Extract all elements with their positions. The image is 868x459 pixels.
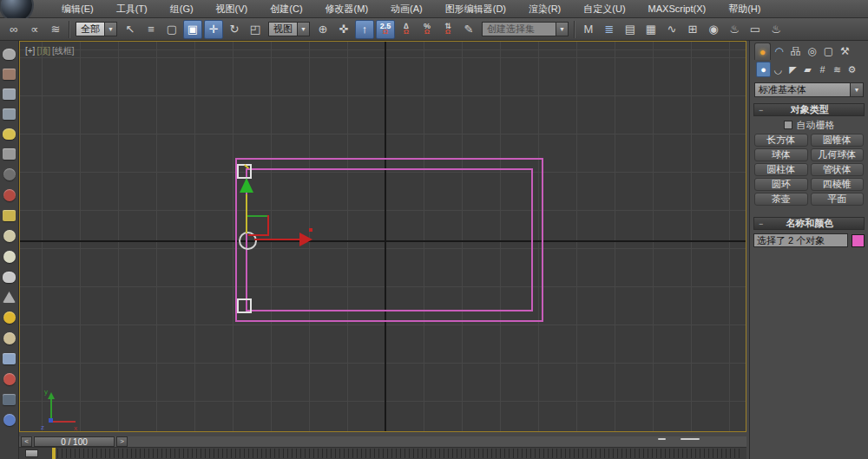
tab-create[interactable]: ● bbox=[754, 43, 771, 60]
object-color-swatch[interactable] bbox=[852, 234, 865, 247]
sun-icon[interactable] bbox=[3, 311, 16, 324]
open-mini-curve-editor-button[interactable] bbox=[25, 449, 38, 457]
spinner-snap-icon[interactable]: ⇅Ω bbox=[438, 20, 457, 39]
white-teapot-icon[interactable] bbox=[3, 272, 16, 283]
primitive-button[interactable]: 茶壶 bbox=[754, 193, 808, 206]
schematic-view-icon[interactable]: ⊞ bbox=[683, 20, 702, 39]
graphite-ribbon-icon[interactable]: ▦ bbox=[641, 20, 661, 39]
vertex-marker-top[interactable] bbox=[237, 164, 252, 179]
create-systems-icon[interactable]: ⚙ bbox=[845, 62, 859, 77]
primitive-button[interactable]: 圆锥体 bbox=[811, 134, 865, 147]
name-color-rollout-header[interactable]: − 名称和颜色 bbox=[753, 217, 865, 230]
named-selection-sets-dropdown[interactable]: 创建选择集▼ bbox=[482, 22, 569, 37]
select-and-move-icon[interactable]: ✛ bbox=[204, 20, 223, 39]
cone-mountain-icon[interactable] bbox=[3, 292, 16, 303]
create-lights-icon[interactable]: ◤ bbox=[786, 62, 800, 77]
shaded-sphere-icon[interactable] bbox=[3, 168, 16, 180]
selection-filter-dropdown[interactable]: 全部▼ bbox=[76, 22, 117, 37]
viewport-label[interactable]: [+][顶][线框] bbox=[25, 45, 76, 57]
menu-item[interactable]: 工具(T) bbox=[105, 0, 159, 18]
collapse-icon[interactable]: − bbox=[759, 106, 763, 115]
top-viewport[interactable]: [+][顶][线框] y x z bbox=[19, 41, 746, 432]
menu-item[interactable]: 渲染(R) bbox=[517, 0, 572, 18]
menu-item[interactable]: 编辑(E) bbox=[50, 0, 105, 18]
object-name-field[interactable]: 选择了 2 个对象 bbox=[753, 233, 848, 247]
glow-ring-icon[interactable] bbox=[3, 251, 16, 263]
tab-utilities[interactable]: ⚒ bbox=[837, 43, 853, 60]
primitive-button[interactable]: 长方体 bbox=[754, 134, 808, 147]
autogrid-checkbox[interactable] bbox=[784, 121, 792, 129]
gizmo-x-arrowhead[interactable] bbox=[299, 233, 312, 246]
layer-manager-icon[interactable]: ▤ bbox=[621, 20, 640, 39]
create-space-warps-icon[interactable]: ≋ bbox=[830, 62, 845, 77]
mirror-icon[interactable]: M bbox=[579, 20, 598, 39]
gizmo-xy-plane-red-v[interactable] bbox=[267, 215, 269, 236]
curve-editor-icon[interactable]: ∿ bbox=[662, 20, 681, 39]
viewport-view-name[interactable]: [顶] bbox=[36, 46, 50, 56]
track-bar[interactable]: 0102030405060708090100 bbox=[19, 448, 746, 459]
render-setup-icon[interactable]: ♨ bbox=[725, 20, 744, 39]
primitive-button[interactable]: 圆环 bbox=[754, 178, 808, 191]
viewport-shading-mode[interactable]: [线框] bbox=[52, 46, 75, 56]
menu-item[interactable]: 自定义(U) bbox=[572, 0, 636, 18]
previous-frame-button[interactable]: < bbox=[21, 436, 32, 447]
unlink-selection-icon[interactable]: ∝ bbox=[25, 20, 44, 39]
teapot-icon[interactable] bbox=[3, 49, 16, 60]
primitive-button[interactable]: 四棱锥 bbox=[811, 178, 865, 191]
moon-sphere-icon[interactable] bbox=[3, 230, 16, 242]
snaps-toggle-icon[interactable]: 2.5Ω bbox=[376, 20, 395, 39]
time-slider[interactable]: < 0 / 100 > bbox=[19, 436, 746, 448]
chevron-down-icon[interactable]: ▼ bbox=[298, 22, 310, 36]
menu-item[interactable]: 创建(C) bbox=[259, 0, 313, 18]
gizmo-xy-plane-green[interactable] bbox=[247, 215, 269, 217]
keyboard-shortcut-override-icon[interactable]: ↑ bbox=[355, 20, 374, 39]
gizmo-y-arrowhead[interactable] bbox=[240, 178, 253, 193]
create-helpers-icon[interactable]: # bbox=[815, 62, 830, 77]
spreadsheet-icon[interactable] bbox=[3, 108, 16, 120]
edit-named-selection-sets-icon[interactable]: ✎ bbox=[459, 20, 478, 39]
molecule-icon[interactable] bbox=[3, 373, 16, 385]
menu-item[interactable]: 视图(V) bbox=[205, 0, 260, 18]
bind-to-space-warp-icon[interactable]: ≋ bbox=[46, 20, 65, 39]
tab-hierarchy[interactable]: 品 bbox=[787, 43, 804, 60]
next-frame-button[interactable]: > bbox=[116, 436, 128, 447]
create-shapes-icon[interactable]: ◡ bbox=[771, 62, 786, 77]
rendered-frame-window-icon[interactable]: ▭ bbox=[746, 20, 765, 39]
time-slider-handle[interactable]: 0 / 100 bbox=[34, 436, 115, 447]
menu-item[interactable]: 修改器(M) bbox=[314, 0, 380, 18]
create-cameras-icon[interactable]: ▰ bbox=[800, 62, 815, 77]
percent-snap-icon[interactable]: %Ω bbox=[418, 20, 437, 39]
primitive-button[interactable]: 几何球体 bbox=[811, 148, 865, 161]
select-object-icon[interactable]: ↖ bbox=[121, 20, 140, 39]
select-and-link-icon[interactable]: ∞ bbox=[4, 20, 23, 39]
menu-item[interactable]: 组(G) bbox=[159, 0, 205, 18]
tab-motion[interactable]: ◎ bbox=[804, 43, 820, 60]
use-pivot-point-center-icon[interactable]: ⊕ bbox=[313, 20, 332, 39]
align-icon[interactable]: ≣ bbox=[600, 20, 619, 39]
material-editor-icon[interactable]: ◉ bbox=[704, 20, 723, 39]
object-type-rollout-header[interactable]: − 对象类型 bbox=[753, 103, 865, 116]
tab-modify[interactable]: ◠ bbox=[771, 43, 787, 60]
primitive-category-dropdown[interactable]: 标准基本体▼ bbox=[754, 82, 864, 97]
blue-gear-icon[interactable] bbox=[3, 414, 16, 426]
select-and-manipulate-icon[interactable]: ✜ bbox=[334, 20, 353, 39]
angle-snap-icon[interactable]: ∆Ω bbox=[397, 20, 416, 39]
tan-sphere-icon[interactable] bbox=[3, 332, 16, 344]
primitive-button[interactable]: 球体 bbox=[754, 148, 808, 161]
menu-item[interactable]: 图形编辑器(D) bbox=[434, 0, 517, 18]
chevron-down-icon[interactable]: ▼ bbox=[851, 82, 864, 97]
select-and-scale-icon[interactable]: ◰ bbox=[246, 20, 265, 39]
primitive-button[interactable]: 平面 bbox=[811, 193, 865, 206]
plane-card-icon[interactable] bbox=[3, 210, 16, 221]
scatter-flakes-icon[interactable] bbox=[3, 353, 16, 364]
gizmo-xy-plane-red-h[interactable] bbox=[248, 234, 269, 236]
render-production-icon[interactable]: ♨ bbox=[766, 20, 786, 39]
chevron-down-icon[interactable]: ▼ bbox=[556, 22, 569, 36]
constraint-links-icon[interactable] bbox=[3, 189, 16, 201]
create-geometry-icon[interactable]: ● bbox=[756, 62, 771, 77]
viewport-menu-plus[interactable]: [+] bbox=[25, 46, 35, 56]
collapse-icon[interactable]: − bbox=[759, 220, 763, 228]
reference-coordinate-system-dropdown[interactable]: 视图▼ bbox=[268, 22, 310, 37]
menu-item[interactable]: 动画(A) bbox=[379, 0, 434, 18]
select-by-name-icon[interactable]: ≡ bbox=[141, 20, 161, 39]
